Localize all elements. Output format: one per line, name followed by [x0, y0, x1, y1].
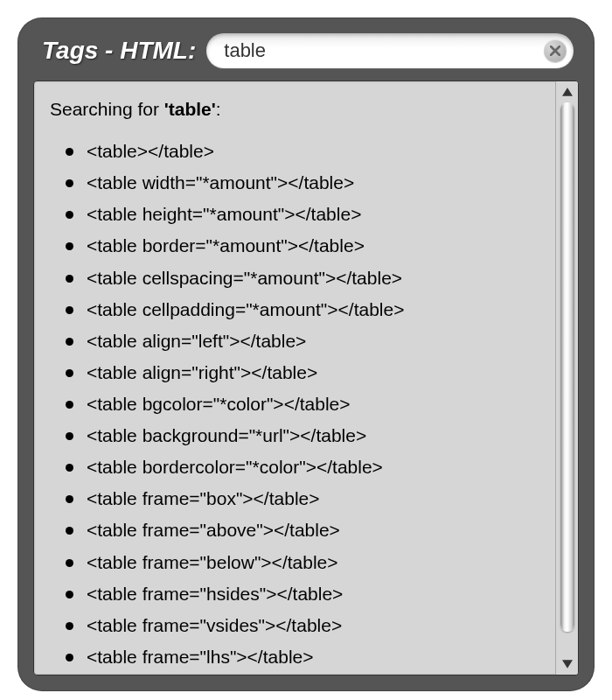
results-content: Searching for 'table': <table></table><t…: [34, 81, 555, 675]
list-item[interactable]: <table frame="rhs"></table>: [87, 673, 546, 675]
list-item[interactable]: <table></table>: [87, 136, 546, 167]
scroll-track[interactable]: [556, 101, 578, 655]
searching-label: Searching for 'table':: [50, 94, 546, 125]
arrow-down-icon: [562, 660, 573, 668]
searching-suffix: :: [216, 99, 221, 119]
list-item[interactable]: <table bgcolor="*color"></table>: [87, 388, 546, 420]
list-item[interactable]: <table frame="box"></table>: [87, 483, 546, 514]
scrollbar: [555, 81, 578, 675]
arrow-up-icon: [562, 88, 573, 96]
list-item[interactable]: <table width="*amount"></table>: [87, 167, 546, 199]
panel-header: Tags - HTML:: [33, 30, 579, 80]
list-item[interactable]: <table frame="below"></table>: [87, 547, 546, 578]
list-item[interactable]: <table frame="vsides"></table>: [87, 610, 546, 641]
list-item[interactable]: <table height="*amount"></table>: [87, 199, 546, 230]
tags-panel: Tags - HTML: Searching for 'table': <tab…: [17, 18, 595, 691]
content-frame: Searching for 'table': <table></table><t…: [33, 80, 579, 676]
list-item[interactable]: <table frame="hsides"></table>: [87, 578, 546, 610]
list-item[interactable]: <table cellpadding="*amount"></table>: [87, 294, 546, 326]
list-item[interactable]: <table align="left"></table>: [87, 326, 546, 357]
results-list: <table></table><table width="*amount"></…: [50, 136, 546, 675]
scroll-down-button[interactable]: [558, 655, 577, 673]
panel-title: Tags - HTML:: [42, 37, 196, 65]
close-icon: [550, 46, 560, 56]
scroll-up-button[interactable]: [558, 83, 577, 101]
searching-term: 'table': [164, 99, 216, 119]
clear-search-button[interactable]: [544, 39, 567, 62]
search-field-wrap: [206, 33, 574, 68]
list-item[interactable]: <table border="*amount"></table>: [87, 230, 546, 262]
searching-prefix: Searching for: [50, 99, 164, 119]
list-item[interactable]: <table background="*url"></table>: [87, 420, 546, 452]
list-item[interactable]: <table frame="lhs"></table>: [87, 641, 546, 673]
scroll-thumb[interactable]: [560, 102, 574, 632]
list-item[interactable]: <table cellspacing="*amount"></table>: [87, 262, 546, 294]
list-item[interactable]: <table frame="above"></table>: [87, 514, 546, 546]
list-item[interactable]: <table bordercolor="*color"></table>: [87, 452, 546, 483]
list-item[interactable]: <table align="right"></table>: [87, 357, 546, 388]
search-input[interactable]: [206, 33, 574, 68]
